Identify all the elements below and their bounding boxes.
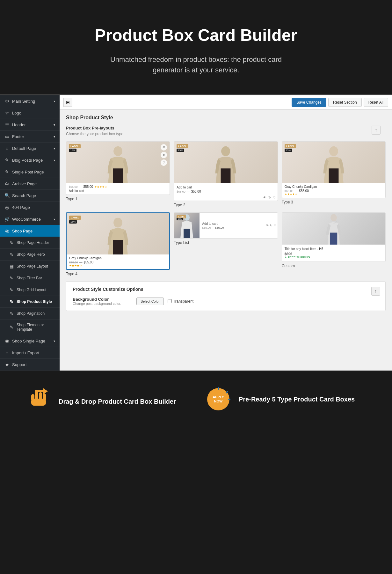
product-type-card-2[interactable]: LABEL 15% Add to cart $65.00 — $55.00 [174,141,278,207]
sidebar-item-label: Logo [12,111,55,115]
sidebar-item-logo[interactable]: ☆ Logo [0,107,60,119]
sidebar-item-shop-filter-bar[interactable]: ✎ Shop Filter Bar [0,272,60,284]
sidebar-item-woocommerce[interactable]: 🛒 WooCommerce ▾ [0,213,60,225]
sidebar-item-header[interactable]: ☰ Header ▾ [0,119,60,131]
cart-icon: 🛒 [4,217,10,222]
sidebar-item-single-post-page[interactable]: ✎ Single Post Page [0,166,60,178]
product-card-info: Add to cart $65.00 — $55.00 [174,183,277,195]
edit-icon: ✎ [4,158,10,163]
product-card-custom-image [282,213,385,245]
sidebar-item-shop-page-hero[interactable]: ✎ Shop Page Hero [0,249,60,261]
product-card-image-3: LABEL 15% [282,142,385,183]
sidebar-item-404-page[interactable]: ◎ 404 Page [0,202,60,213]
eye-icon[interactable]: 👁 [266,224,269,227]
sidebar-item-label: Shop Filter Bar [17,276,55,280]
label-badge: LABEL [69,144,81,148]
discount-badge: 15% [285,149,292,152]
card-bottom-actions: 👁 ↻ ♡ [174,195,277,201]
price-new: $55.00 [84,261,94,264]
subsection-title: Product Box Pre-layouts [66,126,124,130]
add-to-cart[interactable]: Add to cart [69,189,167,193]
product-card-list-image: LABEL 15% [174,213,200,238]
sidebar-item-support[interactable]: ★ Support [0,359,60,371]
eye-icon[interactable]: 👁 [263,196,266,199]
add-to-cart[interactable]: Add to cart [202,222,262,225]
reset-section-button[interactable]: Reset Section [328,98,362,107]
product-card-image-1: LABEL 15% 👁 ↻ ♡ [66,142,170,183]
shop-icon: 🛍 [4,228,10,233]
product-card-preview-custom: Title for any block item - H5 $696 ✦ FRE… [282,212,386,262]
product-card-info: Gray Chunky Cardigan $65.00 — $55.00 ★★★… [67,254,169,269]
product-type-card-list[interactable]: LABEL 15% Add to cart $65.00 — $55.00 [174,212,278,276]
product-type-card-custom[interactable]: Title for any block item - H5 $696 ✦ FRE… [282,212,386,276]
customize-title: Product Style Customize Options [73,287,143,292]
hero-section: Product Box Card Builder Unmatched freed… [0,0,392,94]
sidebar-item-label: 404 Page [12,205,55,210]
label-badge: LABEL [285,144,296,148]
refresh-icon[interactable]: ↻ [161,152,167,158]
heart-icon[interactable]: ♡ [274,224,276,227]
toolbar-left: ⊞ [63,98,72,107]
sidebar-item-shop-single-page[interactable]: ◉ Shop Single Page ▾ [0,335,60,347]
product-type-card-3[interactable]: LABEL 15% Gray Chunky Cardigan $65.00 — … [282,141,386,207]
scroll-up-button-2[interactable]: ↑ [371,287,380,296]
sidebar-item-default-page[interactable]: ⌂ Default Page ▾ [0,143,60,154]
svg-rect-12 [35,390,45,392]
scroll-up-button[interactable]: ↑ [372,126,381,135]
edit-icon: ✎ [9,311,14,316]
product-card-preview-4: LABEL 15% Gray Chunky Cardigan $65.00 — … [66,212,170,270]
sidebar-item-label: Import / Export [12,350,55,355]
bg-color-label: Background Color [73,297,130,302]
product-type-card-1[interactable]: LABEL 15% 👁 ↻ ♡ $65.00 [66,141,170,207]
refresh-icon[interactable]: ↻ [268,196,271,199]
sidebar-item-shop-elementor-template[interactable]: ✎ Shop Elementor Template [0,320,60,335]
transparent-checkbox[interactable] [168,299,172,303]
edit-icon: ✎ [9,276,14,281]
discount-badge: 15% [177,149,184,152]
edit-icon: ✎ [9,240,14,245]
sidebar-item-footer[interactable]: ▭ Footer ▾ [0,131,60,143]
grid-icon: ⊞ [66,100,70,105]
star-icon: ☆ [4,110,10,115]
sidebar-item-shop-page-layout[interactable]: ▦ Shop Page Layout [0,261,60,272]
save-changes-button[interactable]: Save Changes [292,98,326,107]
view-icon[interactable]: 👁 [161,144,167,151]
add-to-cart[interactable]: Add to cart [177,186,275,189]
label-badge: LABEL [69,216,81,220]
subsection-desc: Choose the your product box type. [66,132,124,136]
edit-icon: ✎ [9,325,14,330]
sidebar-item-label: Shop Page Hero [17,252,55,257]
svg-point-5 [330,214,337,221]
sidebar-item-shop-grid-layout[interactable]: ✎ Shop Grid Layout [0,284,60,296]
grid-view-button[interactable]: ⊞ [63,98,72,107]
svg-rect-11 [31,399,46,406]
sidebar-item-shop-product-style[interactable]: ✎ Shop Product Style [0,296,60,308]
chevron-icon: ▾ [54,217,55,221]
heart-icon[interactable]: ♡ [273,196,276,199]
sidebar-item-label: Main Setting [12,99,51,104]
app-section: ⚙ Main Setting ▾ ☆ Logo ☰ Header ▾ ▭ Foo… [0,94,392,371]
sidebar-item-shop-page[interactable]: 🛍 Shop Page [0,225,60,237]
reset-all-button[interactable]: Reset All [364,98,388,107]
customize-label-group: Background Color Change post background … [73,297,130,305]
sidebar-item-archive-page[interactable]: 🗂 Archive Page [0,178,60,190]
price-old: $65.00 [285,189,294,193]
product-card-image-2: LABEL 15% [174,142,277,183]
select-color-button[interactable]: Select Color [136,298,164,305]
sidebar-item-shop-pagination[interactable]: ✎ Shop Pagination [0,308,60,320]
price-old: $65.00 [177,190,185,193]
sidebar-item-import-export[interactable]: ↕ Import / Export [0,347,60,359]
feature-title: Drag & Drop Product Card Box Builder [59,397,176,406]
feature-item-pre-ready: APPLYNOW Pre-Ready 5 Type Product Card B… [206,386,367,412]
product-type-card-4[interactable]: LABEL 15% Gray Chunky Cardigan $65.00 — … [66,212,170,276]
sidebar-item-main-setting[interactable]: ⚙ Main Setting ▾ [0,95,60,107]
transparent-checkbox-label[interactable]: Transparent [168,299,193,304]
sidebar-item-blog-posts-page[interactable]: ✎ Blog Posts Page ▾ [0,154,60,166]
sidebar-item-search-page[interactable]: 🔍 Search Page [0,190,60,202]
sidebar-item-shop-page-header[interactable]: ✎ Shop Page Header [0,237,60,249]
chevron-icon: ▾ [54,123,55,127]
refresh-icon[interactable]: ↻ [270,224,272,227]
sidebar-item-label: Footer [12,134,51,139]
heart-icon[interactable]: ♡ [161,159,167,166]
product-box-section: Product Box Pre-layouts Choose the your … [66,126,386,276]
